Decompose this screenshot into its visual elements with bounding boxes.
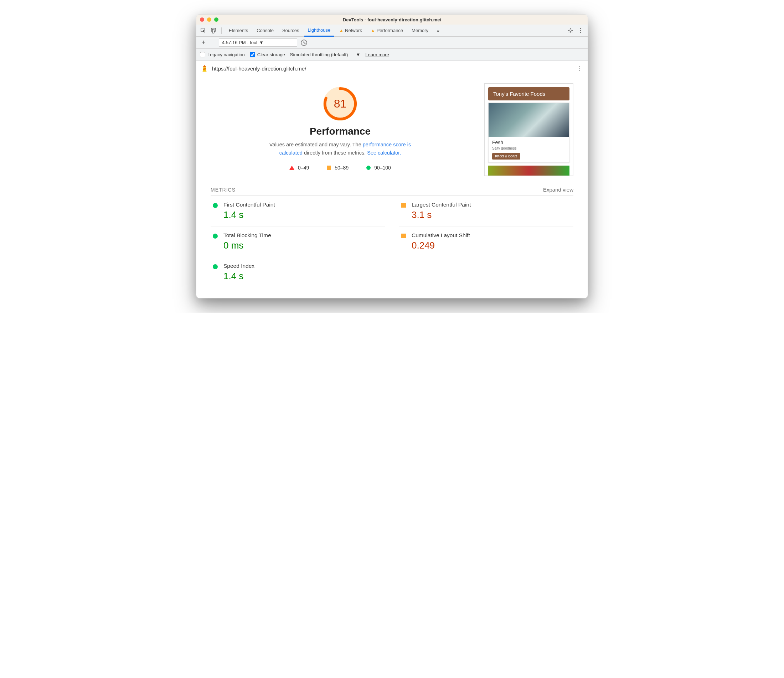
preview-site-header: Tony's Favorite Foods: [488, 87, 569, 100]
traffic-lights: [200, 17, 218, 22]
throttling-label: Simulated throttling (default): [290, 52, 348, 58]
report-menu-icon[interactable]: ⋮: [575, 64, 583, 73]
metric-body: Cumulative Layout Shift0.249: [411, 232, 574, 251]
preview-card-title: Fesh: [492, 140, 566, 145]
metric-value: 0.249: [411, 240, 574, 251]
svg-rect-2: [212, 29, 214, 33]
divider: [213, 39, 213, 46]
category-title: Performance: [210, 126, 470, 137]
dropdown-caret-icon[interactable]: ▼: [355, 52, 360, 58]
lighthouse-icon: [201, 64, 209, 72]
screenshot-preview: Tony's Favorite Foods Fesh Salty goodnes…: [484, 83, 574, 176]
triangle-icon: [289, 166, 295, 170]
metric-name: Largest Contentful Paint: [411, 202, 574, 208]
legend-pass: 90–100: [366, 165, 391, 171]
metric-name: Speed Index: [223, 263, 385, 269]
clear-reports-icon[interactable]: [301, 39, 307, 46]
metric-row[interactable]: Largest Contentful Paint3.1 s: [399, 196, 574, 226]
metrics-heading: Metrics: [210, 187, 235, 193]
metrics-grid: First Contentful Paint1.4 sLargest Conte…: [210, 196, 574, 288]
metric-value: 3.1 s: [411, 209, 574, 221]
preview-card-subtitle: Salty goodness: [492, 146, 566, 150]
window-title: DevTools - foul-heavenly-direction.glitc…: [196, 17, 588, 22]
metrics-section: Metrics Expand view First Contentful Pai…: [196, 179, 588, 298]
metric-body: Total Blocking Time0 ms: [223, 232, 385, 251]
metric-row[interactable]: Speed Index1.4 s: [210, 257, 385, 288]
new-report-button[interactable]: +: [200, 39, 207, 46]
inspect-element-icon[interactable]: [199, 26, 208, 35]
tab-network[interactable]: ▲ Network: [335, 25, 366, 37]
see-calculator-link[interactable]: See calculator.: [367, 150, 401, 156]
tab-sources[interactable]: Sources: [279, 25, 303, 37]
more-tabs-button[interactable]: »: [433, 25, 443, 37]
dropdown-caret-icon: ▼: [259, 40, 294, 45]
metric-row[interactable]: Total Blocking Time0 ms: [210, 226, 385, 257]
window-titlebar: DevTools - foul-heavenly-direction.glitc…: [196, 15, 588, 25]
devtools-window: DevTools - foul-heavenly-direction.glitc…: [196, 14, 588, 299]
expand-view-toggle[interactable]: Expand view: [543, 187, 574, 193]
warning-icon: ▲: [371, 28, 375, 33]
report-selector-label: 4:57:16 PM - foul-heavenly-direction.gli…: [222, 40, 257, 45]
square-icon: [327, 166, 331, 170]
tab-memory[interactable]: Memory: [408, 25, 432, 37]
clear-storage-checkbox[interactable]: Clear storage: [250, 52, 285, 58]
metric-name: First Contentful Paint: [223, 202, 385, 208]
warning-icon: ▲: [339, 28, 343, 33]
divider: [221, 27, 222, 34]
clear-storage-label: Clear storage: [257, 52, 285, 58]
report-selector[interactable]: 4:57:16 PM - foul-heavenly-direction.gli…: [219, 39, 297, 47]
tab-elements[interactable]: Elements: [225, 25, 252, 37]
tab-lighthouse[interactable]: Lighthouse: [304, 25, 334, 37]
tab-label: Performance: [377, 28, 403, 33]
learn-more-link[interactable]: Learn more: [365, 52, 389, 58]
circle-icon: [213, 233, 218, 239]
svg-point-4: [325, 89, 355, 119]
legend-fail: 0–49: [289, 165, 309, 171]
performance-column: 81 Performance Values are estimated and …: [210, 83, 470, 176]
metric-value: 0 ms: [223, 240, 385, 251]
report-url-bar: https://foul-heavenly-direction.glitch.m…: [196, 61, 588, 76]
preview-strip-image: [488, 166, 569, 176]
score-legend: 0–49 50–89 90–100: [210, 165, 470, 171]
legacy-nav-checkbox[interactable]: Legacy navigation: [200, 52, 245, 58]
clear-storage-input[interactable]: [250, 52, 255, 58]
square-icon: [401, 203, 406, 208]
tab-performance[interactable]: ▲ Performance: [367, 25, 407, 37]
legend-average: 50–89: [327, 165, 349, 171]
square-icon: [401, 233, 406, 238]
metric-value: 1.4 s: [223, 271, 385, 281]
minimize-window-button[interactable]: [207, 17, 211, 22]
devtools-tabbar: Elements Console Sources Lighthouse ▲ Ne…: [196, 25, 588, 37]
metric-row[interactable]: First Contentful Paint1.4 s: [210, 196, 385, 226]
report-url: https://foul-heavenly-direction.glitch.m…: [212, 65, 306, 72]
metric-name: Total Blocking Time: [223, 232, 385, 239]
maximize-window-button[interactable]: [214, 17, 218, 22]
metric-name: Cumulative Layout Shift: [411, 232, 574, 239]
preview-frame: Tony's Favorite Foods Fesh Salty goodnes…: [484, 83, 574, 176]
lighthouse-options: Legacy navigation Clear storage Simulate…: [196, 49, 588, 61]
circle-icon: [366, 166, 371, 170]
legacy-nav-label: Legacy navigation: [207, 52, 245, 58]
tab-label: Network: [345, 28, 362, 33]
settings-gear-icon[interactable]: [566, 26, 575, 35]
svg-point-3: [570, 30, 571, 31]
metric-value: 1.4 s: [223, 209, 385, 221]
metric-row[interactable]: Cumulative Layout Shift0.249: [399, 226, 574, 257]
preview-card-button: PROS & CONS: [492, 153, 520, 160]
circle-icon: [213, 203, 218, 208]
preview-card: Fesh Salty goodness PROS & CONS: [488, 103, 569, 163]
tab-console[interactable]: Console: [253, 25, 277, 37]
report-summary: 81 Performance Values are estimated and …: [196, 76, 588, 179]
metric-body: Speed Index1.4 s: [223, 263, 385, 281]
device-toggle-icon[interactable]: [209, 26, 218, 35]
lighthouse-toolbar: + 4:57:16 PM - foul-heavenly-direction.g…: [196, 37, 588, 49]
preview-card-image: [489, 103, 569, 137]
metric-body: First Contentful Paint1.4 s: [223, 202, 385, 221]
score-gauge: 81: [323, 87, 357, 121]
gauge-arc-icon: [323, 87, 357, 121]
close-window-button[interactable]: [200, 17, 204, 22]
metric-body: Largest Contentful Paint3.1 s: [411, 202, 574, 221]
kebab-menu-icon[interactable]: ⋮: [576, 26, 585, 35]
score-description: Values are estimated and may vary. The p…: [262, 141, 419, 157]
legacy-nav-input[interactable]: [200, 52, 205, 58]
